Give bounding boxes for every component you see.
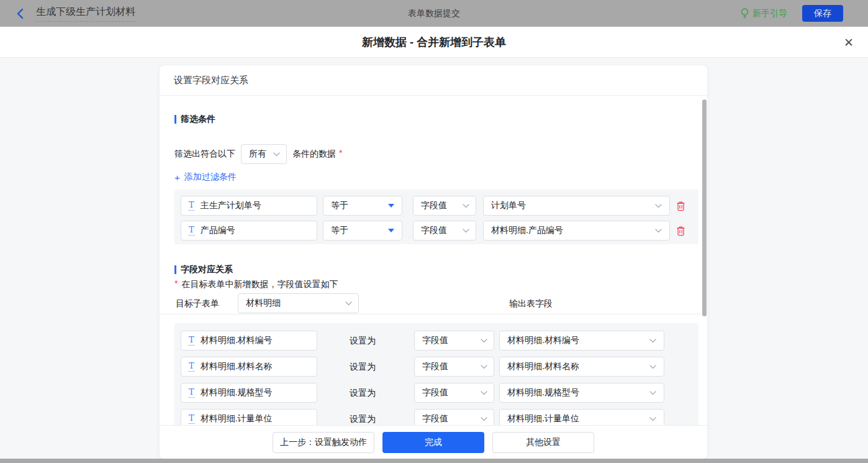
card-header-title: 设置字段对应关系 bbox=[174, 75, 248, 86]
filter-criteria-line: 筛选出符合以下 所有 条件的数据 * bbox=[174, 144, 342, 164]
beginner-guide-label: 新手引导 bbox=[753, 8, 787, 19]
dimmed-page-strip bbox=[0, 459, 868, 463]
text-field-icon: T bbox=[188, 226, 195, 236]
value-select[interactable]: 材料明细.产品编号 bbox=[483, 221, 670, 241]
modal-body: 设置字段对应关系 筛选条件 筛选出符合以下 所有 条件的数据 * + 添加过滤条… bbox=[0, 58, 868, 459]
scrollbar-thumb[interactable] bbox=[702, 99, 707, 316]
trash-icon bbox=[676, 201, 685, 211]
chevron-down-icon bbox=[655, 229, 662, 233]
chevron-down-icon bbox=[463, 229, 469, 233]
beginner-guide-link[interactable]: 新手引导 bbox=[741, 8, 787, 19]
chevron-left-icon bbox=[16, 8, 25, 19]
divider bbox=[160, 314, 707, 314]
modal-title: 新增数据 - 合并新增到子表单 bbox=[362, 35, 506, 50]
chevron-down-icon bbox=[481, 365, 487, 369]
mapping-description: * 在目标表单中新增数据，字段值设置如下 bbox=[174, 279, 338, 290]
text-field-icon: T bbox=[188, 414, 195, 424]
target-subform-label: 目标子表单 bbox=[176, 293, 219, 313]
other-settings-button[interactable]: 其他设置 bbox=[492, 432, 594, 453]
mapping-field-input[interactable]: T 材料明细.材料名称 bbox=[181, 357, 317, 377]
chevron-down-icon bbox=[655, 204, 662, 208]
close-icon[interactable]: ✕ bbox=[844, 36, 854, 48]
set-to-label: 设置为 bbox=[350, 331, 387, 351]
operator-select[interactable]: 等于 bbox=[323, 221, 402, 241]
operator-select[interactable]: 等于 bbox=[323, 196, 402, 216]
set-to-label: 设置为 bbox=[350, 357, 387, 377]
filter-row: T 产品编号 等于 字段值 材料明细.产品编号 bbox=[174, 221, 698, 241]
filter-field-input[interactable]: T 产品编号 bbox=[181, 221, 317, 241]
mapping-row: T 材料明细.规格型号 设置为 字段值 材料明细.规格型号 bbox=[174, 383, 698, 403]
back-button[interactable] bbox=[16, 8, 25, 19]
value-type-select[interactable]: 字段值 bbox=[413, 196, 476, 216]
value-select[interactable]: 材料明细.规格型号 bbox=[499, 383, 664, 403]
text-field-icon: T bbox=[188, 388, 195, 398]
lightbulb-icon bbox=[741, 8, 749, 19]
value-type-select[interactable]: 字段值 bbox=[414, 383, 494, 403]
mapping-section-title: 字段对应关系 bbox=[174, 264, 233, 275]
value-select[interactable]: 材料明细.材料名称 bbox=[499, 357, 664, 377]
mapping-field-input[interactable]: T 材料明细.材料编号 bbox=[181, 331, 317, 351]
match-mode-select[interactable]: 所有 bbox=[241, 144, 287, 164]
value-select[interactable]: 材料明细.材料编号 bbox=[499, 331, 664, 351]
modal-header: 新增数据 - 合并新增到子表单 ✕ bbox=[0, 27, 868, 58]
chevron-down-icon bbox=[481, 339, 487, 343]
mapping-field-input[interactable]: T 材料明细.规格型号 bbox=[181, 383, 317, 403]
text-field-icon: T bbox=[188, 201, 195, 211]
card-footer: 上一步：设置触发动作 完成 其他设置 bbox=[160, 425, 707, 459]
card-header: 设置字段对应关系 bbox=[160, 65, 707, 96]
chevron-down-icon bbox=[481, 391, 487, 395]
value-type-select[interactable]: 字段值 bbox=[414, 331, 494, 351]
done-button[interactable]: 完成 bbox=[382, 432, 484, 453]
chevron-down-icon bbox=[649, 417, 656, 421]
filter-rows-block: T 主生产计划单号 等于 字段值 计划单号 bbox=[174, 190, 698, 244]
delete-row-button[interactable] bbox=[674, 200, 687, 213]
text-field-icon: T bbox=[188, 336, 195, 346]
app-topbar: 生成下级生产计划材料 表单数据提交 新手引导 保存 bbox=[0, 0, 868, 27]
required-asterisk: * bbox=[174, 278, 178, 288]
flow-title[interactable]: 生成下级生产计划材料 bbox=[36, 6, 135, 22]
triangle-down-icon bbox=[388, 229, 394, 232]
filter-section-title: 筛选条件 bbox=[174, 114, 215, 125]
chevron-down-icon bbox=[481, 417, 487, 421]
value-select[interactable]: 计划单号 bbox=[483, 196, 670, 216]
chevron-down-icon bbox=[463, 204, 469, 208]
delete-row-button[interactable] bbox=[674, 225, 687, 237]
target-subform-select[interactable]: 材料明细 bbox=[238, 293, 359, 313]
triangle-down-icon bbox=[388, 204, 394, 208]
chevron-down-icon bbox=[649, 365, 656, 369]
target-subform-row: 目标子表单 材料明细 输出表字段 bbox=[160, 293, 707, 313]
plus-icon: + bbox=[174, 173, 180, 182]
mapping-row: T 材料明细.材料名称 设置为 字段值 材料明细.材料名称 bbox=[174, 357, 698, 377]
criteria-suffix: 条件的数据 bbox=[292, 149, 336, 160]
chevron-down-icon bbox=[273, 152, 280, 157]
filter-row: T 主生产计划单号 等于 字段值 计划单号 bbox=[174, 196, 698, 216]
value-type-select[interactable]: 字段值 bbox=[414, 357, 494, 377]
chevron-down-icon bbox=[345, 301, 352, 306]
value-type-select[interactable]: 字段值 bbox=[413, 221, 476, 241]
chevron-down-icon bbox=[649, 339, 656, 343]
add-filter-condition-link[interactable]: + 添加过滤条件 bbox=[174, 172, 237, 183]
prev-step-button[interactable]: 上一步：设置触发动作 bbox=[273, 432, 374, 453]
save-button[interactable]: 保存 bbox=[802, 5, 843, 22]
filter-field-input[interactable]: T 主生产计划单号 bbox=[181, 196, 317, 216]
settings-card: 设置字段对应关系 筛选条件 筛选出符合以下 所有 条件的数据 * + 添加过滤条… bbox=[160, 65, 707, 459]
output-fields-label: 输出表字段 bbox=[509, 293, 553, 313]
chevron-down-icon bbox=[649, 391, 656, 395]
mapping-row: T 材料明细.材料编号 设置为 字段值 材料明细.材料编号 bbox=[174, 331, 698, 351]
trash-icon bbox=[676, 226, 685, 236]
set-to-label: 设置为 bbox=[350, 383, 387, 403]
required-asterisk: * bbox=[339, 148, 342, 158]
section-accent-bar bbox=[174, 115, 176, 124]
text-field-icon: T bbox=[188, 362, 195, 372]
section-accent-bar bbox=[174, 265, 176, 274]
criteria-prefix: 筛选出符合以下 bbox=[174, 149, 235, 160]
